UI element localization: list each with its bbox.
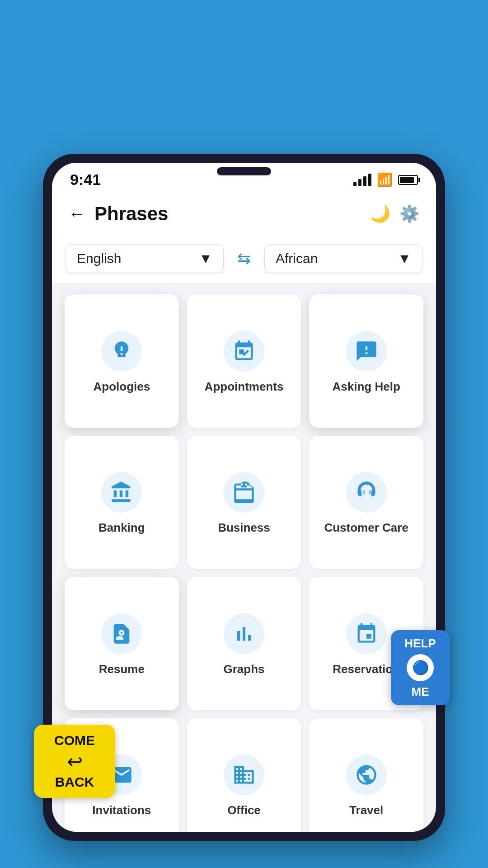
customer-care-icon [346,472,387,513]
appointments-icon [224,331,264,372]
status-icons: 📶 [353,172,418,187]
source-dropdown-arrow: ▼ [199,251,212,266]
reservation-label: Reservation [333,662,400,676]
help-circle-icon: 🔵 [407,654,434,681]
category-business[interactable]: Business [187,436,301,569]
asking-help-icon [346,331,387,372]
category-asking-help[interactable]: Asking Help [309,294,423,428]
banking-label: Banking [99,521,145,535]
resume-label: Resume [99,662,145,676]
travel-label: Travel [349,803,383,817]
app-bar: ← Phrases 🌙 ⚙️ [52,194,436,234]
category-resume[interactable]: Resume [65,577,179,710]
swap-languages-button[interactable]: ⇆ [233,249,255,268]
signal-icon [353,174,371,186]
source-language-label: English [77,251,121,266]
apologies-icon [101,331,142,372]
category-office[interactable]: Office [187,718,301,832]
help-me-line2: ME [412,685,429,699]
come-back-arrow-icon: ↩ [67,750,83,773]
asking-help-label: Asking Help [333,380,400,394]
customer-care-label: Customer Care [324,521,408,535]
travel-icon [346,755,387,795]
target-language-dropdown[interactable]: African ▼ [264,244,422,273]
invitations-label: Invitations [92,803,151,817]
help-me-button[interactable]: HELP 🔵 ME [391,630,450,705]
target-language-label: African [276,251,318,266]
app-bar-actions: 🌙 ⚙️ [370,204,420,223]
category-travel[interactable]: Travel [309,718,423,832]
help-me-line1: HELP [404,637,436,651]
resume-icon [101,613,142,654]
settings-button[interactable]: ⚙️ [399,204,420,223]
language-selector: English ▼ ⇆ African ▼ [52,234,436,283]
reservation-icon [346,613,387,654]
source-language-dropdown[interactable]: English ▼ [66,244,224,273]
business-icon [224,472,264,513]
battery-icon [398,175,418,185]
graphs-label: Graphs [223,662,264,676]
category-apologies[interactable]: Apologies [65,294,179,428]
graphs-icon [224,613,264,654]
dark-mode-button[interactable]: 🌙 [370,204,390,223]
target-dropdown-arrow: ▼ [398,251,411,266]
apologies-label: Apologies [93,380,150,394]
banking-icon [101,472,142,513]
category-graphs[interactable]: Graphs [187,577,301,710]
category-customer-care[interactable]: Customer Care [309,436,423,569]
phone-frame: 9:41 📶 ← Phrases 🌙 ⚙️ [43,154,445,841]
come-back-line1: COME [54,733,95,749]
status-time: 9:41 [70,171,101,189]
office-icon [224,755,264,795]
come-back-line2: BACK [55,774,94,790]
business-label: Business [218,521,270,535]
appointments-label: Appointments [205,380,284,394]
wifi-icon: 📶 [377,172,393,187]
office-label: Office [227,803,261,817]
back-button[interactable]: ← [68,204,85,224]
app-bar-title: Phrases [94,203,370,225]
come-back-button[interactable]: COME ↩ BACK [34,725,115,798]
category-banking[interactable]: Banking [65,436,179,569]
category-appointments[interactable]: Appointments [187,294,301,428]
